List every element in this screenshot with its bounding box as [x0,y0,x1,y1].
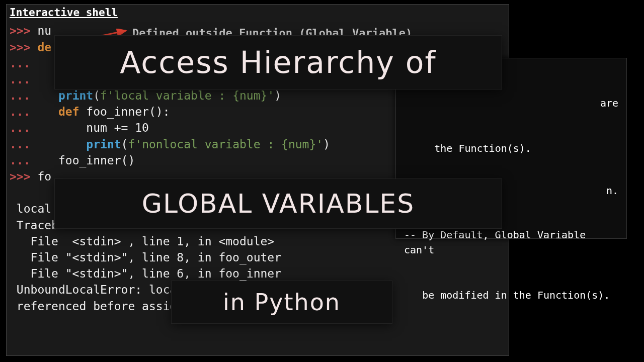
title-overlay-2: GLOBAL VARIABLES [54,178,502,229]
terminal-title: Interactive shell [7,5,509,21]
title-overlay-1: Access Hierarchy of [54,35,502,89]
title-overlay-3: in Python [171,281,392,324]
notes-tail: n. [606,183,618,198]
notes-line-tail: are [404,96,618,111]
notes-para2b: be modified in the Function(s). [404,288,618,303]
notes-line1: the Function(s). [404,141,618,156]
notes-para2a: -- By Default, Global Variable can't [404,227,618,257]
